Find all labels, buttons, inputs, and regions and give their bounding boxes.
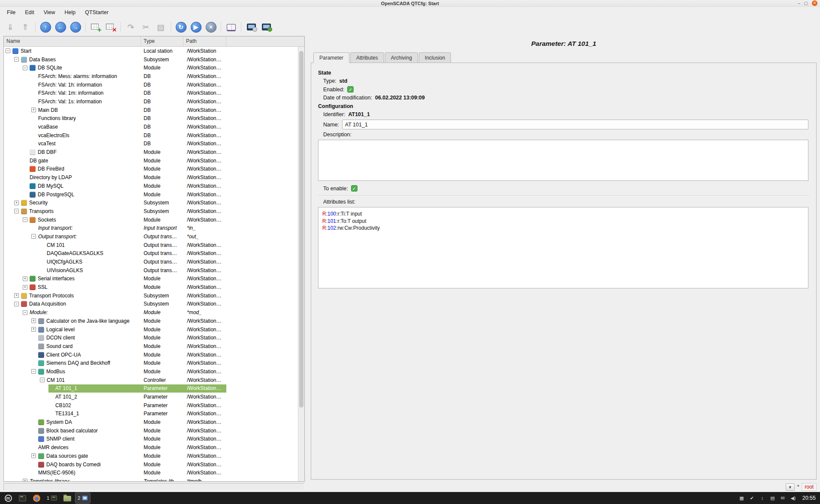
collapse-icon[interactable]: −: [14, 209, 19, 213]
files-launcher[interactable]: [61, 493, 73, 503]
tree-row[interactable]: −Module:Module*mod_: [4, 308, 298, 317]
close-icon[interactable]: ✕: [812, 0, 817, 6]
expand-icon[interactable]: +: [31, 327, 36, 332]
collapse-icon[interactable]: −: [40, 378, 45, 382]
name-input[interactable]: [342, 120, 808, 129]
tree-scrollbar[interactable]: [298, 47, 304, 481]
enabled-checkbox[interactable]: ✓: [347, 86, 354, 93]
column-header-type[interactable]: Type: [141, 36, 183, 46]
tree-row[interactable]: AT 101_1Parameter/WorkStation…: [4, 384, 298, 393]
paste-item-button[interactable]: ▤: [154, 20, 168, 34]
tree-row[interactable]: vcaTestDB/WorkStation…: [4, 140, 298, 148]
start-periodic-refresh-button[interactable]: ▶: [189, 20, 203, 34]
tree-row[interactable]: −Data BasesSubsystem/WorkStation…: [4, 55, 298, 64]
tree-row[interactable]: DB PostgreSQLModule/WorkStation…: [4, 190, 298, 199]
tree-row[interactable]: DCON clientModule/WorkStation…: [4, 333, 298, 342]
window-button-1[interactable]: 1: [45, 493, 59, 503]
tree-row[interactable]: −TransportsSubsystem/WorkStation…: [4, 207, 298, 216]
tree-row[interactable]: Client OPC-UAModule/WorkStation…: [4, 351, 298, 359]
tree-row[interactable]: +Transport ProtocolsSubsystem/WorkStatio…: [4, 291, 298, 300]
tree-row[interactable]: UIQtCfgAGLKSOutput trans…/WorkStation…: [4, 258, 298, 266]
user-combo-button[interactable]: ▼: [786, 483, 795, 491]
to-enable-checkbox[interactable]: ✓: [351, 185, 357, 192]
tree-row[interactable]: MMS(IEC-9506)Module/WorkStation…: [4, 468, 298, 477]
attribute-item[interactable]: R:102:rw:Cw:Productivity: [322, 225, 804, 232]
tree-row[interactable]: CB102Parameter/WorkStation…: [4, 401, 298, 410]
firefox-launcher[interactable]: [30, 493, 42, 503]
copy-item-button[interactable]: ↷: [124, 20, 138, 34]
tree-row[interactable]: +SecuritySubsystem/WorkStation…: [4, 198, 298, 207]
load-from-db-button[interactable]: ⇓: [3, 20, 17, 34]
tree-row[interactable]: AMR devicesModule/WorkStation…: [4, 443, 298, 452]
attributes-list[interactable]: R:100:r:Ti:T inputR:101:r:To:T outputR:1…: [318, 207, 808, 288]
column-header-path[interactable]: Path: [183, 36, 226, 46]
maximize-icon[interactable]: ▢: [804, 0, 808, 6]
tree-row[interactable]: FSArch: Val: 1h: informationDB/WorkStati…: [4, 81, 298, 89]
tree-row[interactable]: DB gateModule/WorkStation…: [4, 156, 298, 165]
go-back-button[interactable]: ←: [54, 20, 67, 34]
tree-row[interactable]: −CM 101Controller/WorkStation…: [4, 376, 298, 384]
tray-clipboard-icon[interactable]: ▤: [769, 495, 776, 501]
tree-row[interactable]: Sound cardModule/WorkStation…: [4, 342, 298, 351]
tree-row[interactable]: −Data AcquisitionSubsystem/WorkStation…: [4, 300, 298, 309]
cut-item-button[interactable]: ✂: [139, 20, 153, 34]
tree-row[interactable]: SNMP clientModule/WorkStation…: [4, 435, 298, 444]
go-up-button[interactable]: ↑: [39, 20, 52, 34]
tree-row[interactable]: −Output transport:Output trans…*out_: [4, 232, 298, 241]
tray-update-shield-icon[interactable]: ✔: [749, 495, 755, 501]
tree-row[interactable]: −ModBusModule/WorkStation…: [4, 367, 298, 376]
tree-row[interactable]: FSArch: Val: 1m: informationDB/WorkStati…: [4, 89, 298, 97]
taskbar-clock[interactable]: 20:55: [802, 495, 816, 501]
tree-row[interactable]: +Serial interfacesModule/WorkStation…: [4, 275, 298, 283]
tree-row[interactable]: DAQGateAGLKSAGLKSOutput trans…/WorkStati…: [4, 249, 298, 258]
tray-keyboard-icon[interactable]: ▦: [739, 495, 745, 501]
tree-row[interactable]: Block based calculatorModule/WorkStation…: [4, 426, 298, 435]
manual-button[interactable]: [224, 20, 238, 34]
tree-row[interactable]: Input transport:Input transport*in_: [4, 224, 298, 232]
terminal-launcher[interactable]: [16, 493, 28, 503]
menu-help[interactable]: Help: [60, 8, 80, 17]
collapse-icon[interactable]: −: [31, 234, 36, 239]
mint-menu-button[interactable]: m: [2, 493, 14, 503]
tree-row[interactable]: CM 101Output trans…/WorkStation…: [4, 241, 298, 249]
tree-row[interactable]: −SocketsModule/WorkStation…: [4, 216, 298, 224]
expand-icon[interactable]: +: [23, 276, 27, 281]
add-item-button[interactable]: +: [89, 20, 102, 34]
tree-row[interactable]: DB FireBirdModule/WorkStation…: [4, 165, 298, 174]
column-header-name[interactable]: Name: [4, 36, 141, 46]
collapse-icon[interactable]: −: [23, 310, 27, 315]
tree-row[interactable]: DAQ boards by ComediModule/WorkStation…: [4, 460, 298, 469]
save-to-db-button[interactable]: ⇑: [18, 20, 32, 34]
tree-row[interactable]: vcaBaseDB/WorkStation…: [4, 123, 298, 131]
qtstarter-vision-button[interactable]: [259, 20, 273, 34]
expand-icon[interactable]: +: [31, 108, 36, 112]
tree-row[interactable]: +Data sources gateModule/WorkStation…: [4, 452, 298, 460]
tree-row[interactable]: Directory by LDAPModule/WorkStation…: [4, 173, 298, 182]
tree-row[interactable]: +Calculator on the Java-like languageMod…: [4, 317, 298, 325]
menu-file[interactable]: File: [3, 8, 20, 17]
expand-icon[interactable]: +: [14, 293, 19, 298]
tray-network-icon[interactable]: ↕: [759, 495, 766, 501]
tab-archiving[interactable]: Archiving: [385, 52, 418, 63]
tree-row[interactable]: UIVisionAGLKSOutput trans…/WorkStation…: [4, 266, 298, 275]
collapse-icon[interactable]: −: [23, 217, 27, 222]
tree-row[interactable]: FSArch: Val: 1s: informationDB/WorkStati…: [4, 97, 298, 106]
tree-row[interactable]: TE1314_1Parameter/WorkStation…: [4, 410, 298, 418]
description-textarea[interactable]: [318, 140, 808, 181]
collapse-icon[interactable]: −: [14, 57, 19, 62]
expand-icon[interactable]: +: [14, 201, 19, 205]
tree-row[interactable]: AT 101_2Parameter/WorkStation…: [4, 393, 298, 401]
current-user[interactable]: root: [802, 483, 817, 491]
attribute-item[interactable]: R:101:r:To:T output: [322, 218, 804, 225]
menu-qtstarter[interactable]: QTStarter: [81, 8, 113, 17]
tree-row[interactable]: Siemens DAQ and BeckhoffModule/WorkStati…: [4, 359, 298, 367]
delete-item-button[interactable]: ×: [104, 20, 117, 34]
tab-parameter[interactable]: Parameter: [313, 52, 349, 63]
tab-attributes[interactable]: Attributes: [350, 52, 384, 63]
expand-icon[interactable]: +: [23, 285, 27, 290]
collapse-icon[interactable]: −: [31, 369, 36, 374]
expand-icon[interactable]: +: [23, 479, 27, 481]
tray-volume-icon[interactable]: ◀): [790, 495, 796, 501]
window-button-2[interactable]: 2: [75, 493, 90, 503]
tree-row[interactable]: +Templates library:Templates lib…*tmplb_: [4, 477, 298, 481]
